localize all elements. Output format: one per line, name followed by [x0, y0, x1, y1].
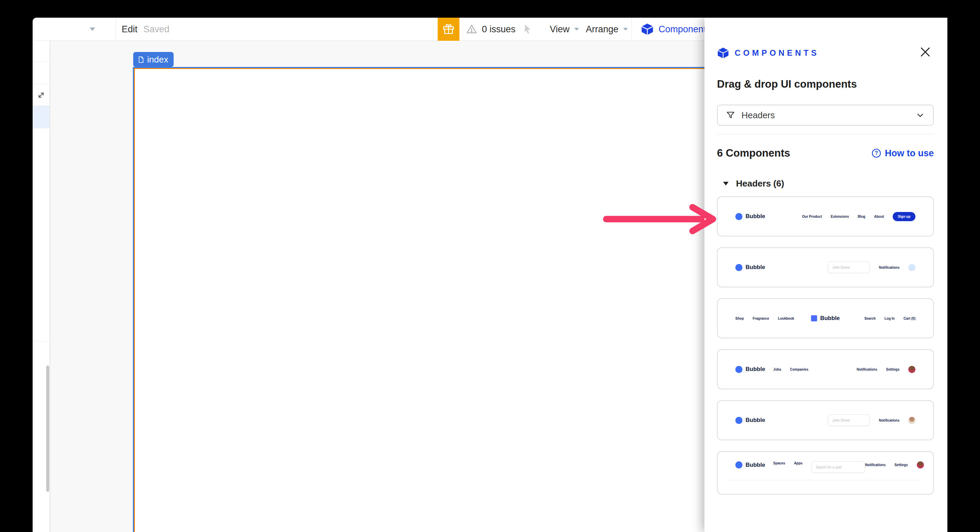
- issues-indicator[interactable]: 0 issues: [466, 17, 515, 41]
- cursor-icon: [522, 24, 533, 35]
- logo-dot-icon: [735, 461, 743, 468]
- mini-logo: Bubble: [735, 366, 765, 373]
- panel-brand: COMPONENTS: [717, 47, 934, 59]
- mini-nav-right: Notifications Settings: [865, 461, 924, 468]
- group-headers-toggle[interactable]: Headers (6): [717, 178, 934, 189]
- svg-text:?: ?: [875, 150, 878, 156]
- group-label: Headers (6): [736, 178, 784, 189]
- mini-divider: [726, 480, 921, 480]
- mini-logo: Bubble: [735, 461, 765, 468]
- avatar: [908, 417, 915, 424]
- close-panel-button[interactable]: [917, 43, 934, 60]
- mini-nav: Notifications: [828, 262, 915, 273]
- issues-count: 0 issues: [482, 24, 515, 35]
- panel-title: COMPONENTS: [735, 48, 819, 58]
- mini-logo: Bubble: [811, 315, 840, 322]
- avatar: [908, 366, 915, 373]
- component-card-header-4[interactable]: Bubble Jobs Companies Notifications Sett…: [717, 349, 934, 389]
- how-to-use-link[interactable]: ? How to use: [871, 148, 934, 159]
- components-menu[interactable]: Components: [641, 17, 711, 41]
- mini-nav-right: Notifications Settings: [857, 366, 915, 373]
- mini-signup-button: Sign up: [892, 212, 915, 221]
- component-card-header-5[interactable]: Bubble Notifications: [717, 400, 934, 440]
- component-card-header-1[interactable]: Bubble Our Product Extensions Blog About…: [717, 196, 934, 237]
- filter-icon: [726, 110, 735, 120]
- logo-dot-icon: [735, 417, 743, 424]
- chevron-down-icon: [90, 27, 95, 31]
- logo-dot-icon: [735, 366, 743, 373]
- sidebar-divider: [33, 341, 49, 342]
- sidebar-item[interactable]: [33, 62, 49, 84]
- view-menu[interactable]: View: [550, 17, 579, 41]
- cube-icon: [641, 23, 654, 36]
- element-sidebar: [33, 41, 50, 532]
- sidebar-item[interactable]: [33, 41, 49, 62]
- mini-nav-left: Jobs Companies: [773, 368, 808, 371]
- sidebar-scrollbar[interactable]: [46, 365, 49, 492]
- mini-search-input: [828, 414, 870, 426]
- mini-search-input: [828, 262, 870, 273]
- editor-window: Edit Saved 0 issues View: [33, 17, 947, 532]
- component-filter-select[interactable]: Headers: [717, 105, 934, 126]
- component-card-header-6[interactable]: Bubble Spaces Apps Notifications Setting…: [717, 451, 934, 495]
- component-card-header-2[interactable]: Bubble Notifications: [717, 247, 934, 287]
- save-status: Saved: [143, 17, 170, 41]
- warning-triangle-icon: [466, 24, 477, 35]
- arrange-menu[interactable]: Arrange: [586, 17, 628, 41]
- chevron-down-icon: [915, 110, 925, 120]
- mini-nav-left: Shop Fragrance Lookbook: [735, 317, 794, 320]
- mini-nav: Our Product Extensions Blog About Sign u…: [802, 212, 915, 221]
- divider: [717, 134, 934, 134]
- logo-square-icon: [811, 315, 817, 321]
- pointer-tool[interactable]: [522, 17, 533, 41]
- avatar: [917, 461, 924, 468]
- mini-nav-left: Spaces Apps: [773, 461, 803, 465]
- gift-icon: [443, 24, 454, 35]
- components-count: 6 Components: [717, 147, 790, 159]
- triangle-down-icon: [723, 182, 729, 186]
- sidebar-item-expand[interactable]: [33, 84, 49, 106]
- logo-dot-icon: [735, 213, 743, 220]
- chevron-down-icon: [623, 28, 628, 30]
- page-icon: [137, 56, 145, 63]
- mini-logo: Bubble: [735, 264, 765, 271]
- app-menu-dropdown[interactable]: [90, 17, 95, 41]
- expand-icon: [36, 90, 46, 100]
- avatar: [908, 264, 915, 271]
- help-circle-icon: ?: [871, 148, 881, 158]
- logo-dot-icon: [735, 264, 743, 271]
- sidebar-item-selected[interactable]: [33, 106, 49, 129]
- panel-heading: Drag & drop UI components: [717, 78, 934, 91]
- close-icon: [918, 45, 932, 59]
- mini-search-input: [811, 461, 865, 473]
- mini-logo: Bubble: [735, 213, 765, 220]
- page-tab-label: index: [147, 54, 168, 65]
- tab-edit[interactable]: Edit: [122, 17, 138, 41]
- mini-logo: Bubble: [735, 417, 765, 424]
- edit-label: Edit: [122, 24, 138, 35]
- mini-nav: Notifications: [828, 414, 915, 426]
- mini-nav-right: Search Log In Cart (0): [864, 317, 915, 320]
- filter-value: Headers: [741, 110, 909, 121]
- page-tab-index[interactable]: index: [133, 52, 173, 67]
- components-panel: COMPONENTS Drag & drop UI components Hea…: [705, 17, 947, 532]
- component-list: Bubble Our Product Extensions Blog About…: [717, 196, 934, 495]
- chevron-down-icon: [574, 28, 579, 30]
- toolbar-separator: [116, 17, 116, 41]
- component-card-header-3[interactable]: Shop Fragrance Lookbook Bubble Search Lo…: [717, 298, 934, 338]
- gift-button[interactable]: [438, 17, 460, 41]
- cube-icon: [717, 47, 729, 59]
